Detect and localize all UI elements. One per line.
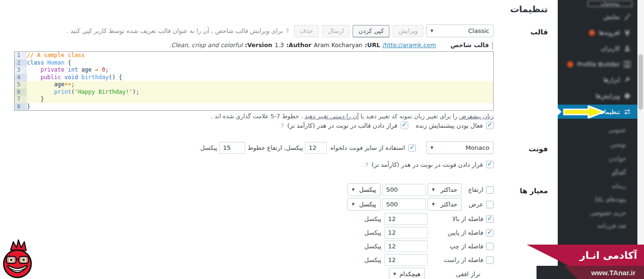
margin-value-input[interactable]: 12 (384, 227, 428, 238)
code-token: ; (71, 81, 74, 88)
code-text: class Human { (27, 59, 493, 67)
live-preview-checkbox[interactable]: ✓ (486, 122, 494, 129)
sidebar-item-label: ویرایش‌ها (595, 92, 620, 99)
code-preview: 1// A sample class2class Human {3 privat… (14, 51, 494, 111)
metric-checkbox[interactable] (486, 186, 494, 194)
preview-note: زبان پیشفرض را برای تغییر زبان نمونه کد … (14, 113, 494, 120)
sidebar-item-2[interactable]: کاربران (558, 43, 637, 53)
submenu-item-6[interactable]: حریم خصوصی (590, 209, 626, 216)
sidebar-item-label: نمایش (603, 13, 620, 20)
margin-value-input[interactable]: 12 (384, 254, 428, 266)
metric-unit-select[interactable]: ▼پیکسل (347, 198, 380, 211)
enqueue-theme-option: ✓ قرار دادن قالب در نوبت در هدر (کارآمد … (281, 122, 408, 129)
enqueue-font-label: قرار دادن فونت در نوبت در هدر (کارآمد تر… (372, 161, 483, 168)
submenu-item-7[interactable]: ضد هرزنامه (597, 222, 626, 229)
metric-value-input[interactable]: 500 (382, 198, 426, 210)
code-line: 8} (15, 103, 493, 111)
code-token: Human (47, 59, 67, 66)
code-line: 3 private int age = 0; (15, 66, 493, 74)
code-token: ++ (64, 81, 71, 88)
theme-controls-row: ▼ Classic ویرایشکپی کردنارسالحذف ? برای … (14, 25, 494, 37)
scrollbar-thumb[interactable] (638, 54, 643, 110)
custom-font-size-checkbox[interactable]: ✓ (408, 144, 416, 152)
margin-value-input[interactable]: 12 (384, 240, 428, 252)
theme-submit-button[interactable]: ارسال (322, 25, 349, 37)
sidebar-top-item[interactable]: پیشخوان (587, 0, 633, 7)
line-number: 4 (15, 74, 27, 82)
submenu-item-1[interactable]: نوشتن (610, 141, 626, 148)
metric-unit-select[interactable]: ▼پیکسل (347, 183, 380, 196)
theme-delete-button[interactable]: حذف (294, 25, 319, 37)
code-text: // A sample class (27, 52, 493, 59)
sliders-icon (624, 108, 631, 115)
submenu-item-4[interactable]: رسانه (612, 182, 627, 189)
line-height-input[interactable]: 15 (219, 142, 245, 154)
theme-select[interactable]: ▼ Classic (426, 25, 494, 37)
sidebar-item-5[interactable]: ویرایش‌ها (558, 90, 637, 101)
help-icon[interactable]: ? (281, 122, 284, 129)
check-icon: ✓ (487, 121, 493, 128)
metric-value-input[interactable]: 500 (382, 184, 426, 196)
enqueue-font-checkbox[interactable]: ✓ (486, 161, 494, 168)
align-select[interactable]: ▼ هیچکدام (389, 268, 425, 279)
code-line: 2class Human { (15, 59, 493, 67)
code-line: 6 print('Happy Birthday!'); (15, 89, 493, 96)
check-icon: ✓ (487, 228, 493, 236)
theme-copy-button[interactable]: کپی کردن (353, 25, 389, 37)
margin-row: فاصله از چپ12پیکسل (14, 240, 494, 252)
align-label: تراز افقی (425, 271, 480, 278)
submenu-item-5[interactable]: پیوندهای یکتا (595, 196, 626, 203)
code-token: public (41, 74, 65, 81)
submenu-item-2[interactable]: خواندن (609, 155, 626, 162)
theme-info-segment: :Author (286, 41, 311, 49)
sidebar-top-item-label: پیشخوان (601, 0, 619, 7)
active-wedge (558, 108, 561, 115)
enqueue-theme-checkbox[interactable]: ✓ (401, 122, 408, 129)
enqueue-theme-label: قرار دادن قالب در نوبت در هدر (کارآمد تر… (287, 122, 397, 129)
sidebar-item-0[interactable]: نمایش (558, 11, 637, 22)
sidebar-item-3[interactable]: Profile Builder (558, 59, 637, 69)
help-icon[interactable]: ? (286, 27, 289, 34)
font-size-input[interactable]: 12 (305, 142, 327, 154)
custom-font-size-label: استفاده از سایز فونت دلخواه (330, 144, 405, 151)
code-line: 7 } (15, 96, 493, 103)
margin-checkbox[interactable] (486, 243, 494, 250)
margin-value-input[interactable]: 12 (384, 213, 428, 225)
code-token: { (68, 59, 71, 66)
margin-label: فاصله از بالا (428, 215, 483, 222)
submenu-item-3[interactable]: گفتگو (612, 169, 626, 176)
metric-mode-select[interactable]: ▼حداکثر (428, 198, 462, 211)
banner-url-strip: www.TAnar.ir (564, 266, 644, 279)
metric-row: ارتفاع▼حداکثر500▼پیکسل (14, 183, 494, 196)
margin-unit: پیکسل (364, 256, 381, 263)
chevron-down-icon: ▼ (393, 272, 396, 276)
dimension-rows: ارتفاع▼حداکثر500▼پیکسلعرض▼حداکثر500▼پیکس… (14, 183, 494, 211)
sidebar-item-4[interactable]: ابزارها (558, 74, 637, 85)
font-select[interactable]: ▼ Monaco (426, 141, 494, 154)
submenu-item-0[interactable]: عمومی (608, 126, 626, 133)
theme-url-link[interactable]: /http://aramk.com (383, 41, 436, 49)
code-text: } (27, 96, 493, 103)
font-section-label: فونت (494, 141, 548, 168)
note-link[interactable]: آن را دستی تغییر دهید (305, 113, 359, 120)
tools-icon (624, 76, 631, 83)
margin-checkbox[interactable]: ✓ (486, 229, 494, 237)
metric-checkbox[interactable] (486, 201, 494, 208)
help-icon[interactable]: ? (365, 161, 368, 168)
margin-checkbox[interactable] (486, 256, 494, 264)
margin-row: فاصله از راست12پیکسل (14, 254, 494, 266)
metric-mode-select-value: حداکثر (440, 201, 457, 208)
chevron-down-icon: ▼ (430, 146, 433, 150)
live-preview-option: ✓ فعال بودن پیشنمایش زنده (416, 122, 494, 129)
code-token: void (64, 74, 81, 81)
note-link[interactable]: زبان پیشفرض (459, 113, 494, 120)
theme-edit-button[interactable]: ویرایش (393, 25, 423, 37)
metric-mode-select[interactable]: ▼حداکثر (428, 183, 462, 196)
metrics-section: معیار ها ارتفاع▼حداکثر500▼پیکسلعرض▼حداکث… (14, 183, 548, 279)
margin-checkbox[interactable]: ✓ (486, 215, 494, 223)
check-icon: ✓ (487, 214, 493, 222)
banner-url: www.TAnar.ir (564, 269, 644, 277)
font-controls-row: ▼ Monaco ✓ استفاده از سایز فونت دلخواه 1… (14, 141, 494, 154)
sidebar-item-1[interactable]: افزونه‌ها (558, 27, 637, 38)
theme-buttons: ویرایشکپی کردنارسالحذف (294, 25, 423, 37)
